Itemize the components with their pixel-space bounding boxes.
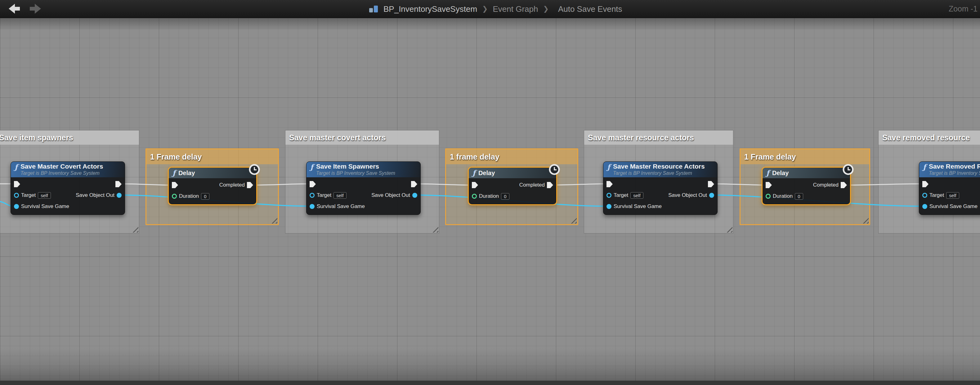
exec-in-pin[interactable]: [606, 181, 613, 187]
pin-label: Duration: [479, 193, 499, 199]
save-object-out-pin[interactable]: [117, 193, 122, 198]
clock-icon: [248, 163, 261, 176]
comment-title: 1 frame delay: [450, 152, 500, 161]
exec-out-pin[interactable]: [411, 181, 417, 187]
survival-save-game-pin[interactable]: [14, 204, 19, 209]
survival-save-game-pin[interactable]: [606, 204, 611, 209]
node-save-master-resource-actors[interactable]: ƒ Save Master Resource Actors Target is …: [603, 161, 718, 215]
survival-save-game-pin[interactable]: [922, 204, 927, 209]
duration-pin[interactable]: [172, 194, 177, 199]
comment-title: Save removed resource: [882, 133, 970, 142]
pin-label: Survival Save Game: [21, 203, 69, 209]
duration-value-box[interactable]: 0: [501, 193, 509, 200]
pin-label: Save Object Out: [371, 192, 410, 198]
pin-label: Survival Save Game: [929, 203, 977, 209]
pin-label: Target: [317, 192, 331, 198]
target-pin[interactable]: [922, 193, 927, 198]
self-value-box[interactable]: self: [334, 192, 346, 199]
function-icon: ƒ: [473, 169, 476, 177]
function-icon: ƒ: [310, 163, 313, 171]
breadcrumb-event-graph[interactable]: Event Graph: [493, 4, 538, 14]
self-value-box[interactable]: self: [630, 192, 643, 199]
exec-in-pin[interactable]: [14, 181, 20, 187]
save-object-out-pin[interactable]: [709, 193, 714, 198]
forward-arrow-icon[interactable]: [29, 3, 42, 14]
node-subtitle: Target is BP Inventory Save System: [316, 170, 395, 176]
self-value-box[interactable]: self: [38, 192, 51, 199]
bottom-vignette: [0, 348, 980, 385]
resize-grip[interactable]: [270, 216, 277, 224]
node-delay[interactable]: ƒ Delay Completed Duration 0: [762, 168, 850, 204]
toolbar: BP_InventorySaveSystem ❯ Event Graph ❯ A…: [0, 0, 980, 18]
exec-out-pin[interactable]: [708, 181, 714, 187]
comment-title: 1 Frame delay: [150, 152, 202, 161]
clock-icon: [842, 163, 854, 176]
node-subtitle: Target is BP Inventory S: [929, 170, 980, 176]
target-pin[interactable]: [14, 193, 19, 198]
exec-in-pin[interactable]: [922, 181, 929, 187]
breadcrumb-root[interactable]: BP_InventorySaveSystem: [383, 4, 477, 14]
node-title: Save Master Resource Actors: [613, 163, 705, 170]
node-save-removed-resources[interactable]: ƒ Save Removed Resour Target is BP Inven…: [919, 161, 980, 215]
comment-title: Save master resource actors: [588, 133, 694, 142]
resize-grip[interactable]: [431, 225, 438, 233]
comment-title: Save item spawners: [0, 133, 73, 142]
pin-label: Completed: [220, 182, 245, 188]
exec-in-pin[interactable]: [310, 181, 316, 187]
node-title: Delay: [772, 169, 789, 177]
graph-canvas[interactable]: Save item spawners 1 Frame delay Save ma…: [0, 18, 980, 385]
nav-history: [8, 3, 42, 14]
node-title: Delay: [178, 169, 195, 177]
node-save-item-spawners[interactable]: ƒ Save Item Spawners Target is BP Invent…: [306, 161, 421, 215]
exec-in-pin[interactable]: [172, 182, 178, 188]
pin-label: Target: [21, 192, 36, 198]
function-icon: ƒ: [607, 163, 610, 171]
zoom-readout: Zoom -1: [949, 4, 977, 13]
completed-exec-out-pin[interactable]: [547, 182, 553, 188]
node-title: Save Removed Resour: [929, 163, 980, 170]
breadcrumb-auto-save-events[interactable]: Auto Save Events: [558, 4, 622, 14]
toolbar-shadow: [0, 18, 980, 30]
chevron-right-icon: ❯: [482, 5, 488, 13]
target-pin[interactable]: [606, 193, 611, 198]
pin-label: Completed: [813, 182, 838, 188]
completed-exec-out-pin[interactable]: [247, 182, 253, 188]
node-save-master-covert-actors[interactable]: ƒ Save Master Covert Actors Target is BP…: [11, 161, 125, 215]
exec-out-pin[interactable]: [115, 181, 122, 187]
function-icon: ƒ: [172, 169, 176, 177]
pin-label: Survival Save Game: [614, 203, 662, 209]
comment-title: Save master covert actors: [289, 133, 386, 142]
chevron-right-icon: ❯: [543, 5, 549, 13]
node-delay[interactable]: ƒ Delay Completed Duration 0: [169, 168, 256, 204]
pin-label: Survival Save Game: [317, 203, 365, 209]
pin-label: Target: [929, 192, 944, 198]
target-pin[interactable]: [310, 193, 315, 198]
resize-grip[interactable]: [131, 225, 138, 233]
function-icon: ƒ: [923, 163, 926, 171]
node-title: Save Item Spawners: [316, 163, 395, 170]
save-object-out-pin[interactable]: [412, 193, 417, 198]
node-delay[interactable]: ƒ Delay Completed Duration 0: [469, 168, 556, 204]
completed-exec-out-pin[interactable]: [841, 182, 847, 188]
resize-grip[interactable]: [569, 216, 577, 224]
function-icon: ƒ: [14, 163, 18, 171]
breadcrumb: BP_InventorySaveSystem ❯ Event Graph ❯ A…: [369, 0, 622, 18]
blueprint-asset-icon: [369, 5, 379, 13]
duration-value-box[interactable]: 0: [201, 193, 209, 200]
pin-label: Duration: [773, 193, 792, 199]
back-arrow-icon[interactable]: [8, 3, 21, 14]
exec-in-pin[interactable]: [472, 182, 478, 188]
node-title: Save Master Covert Actors: [21, 163, 103, 170]
pin-label: Target: [614, 192, 628, 198]
exec-in-pin[interactable]: [766, 182, 772, 188]
survival-save-game-pin[interactable]: [310, 204, 315, 209]
bottom-edge: [0, 381, 980, 385]
node-subtitle: Target is BP Inventory Save System: [613, 170, 705, 176]
duration-value-box[interactable]: 0: [795, 193, 803, 200]
resize-grip[interactable]: [725, 225, 732, 233]
duration-pin[interactable]: [766, 194, 771, 199]
resize-grip[interactable]: [861, 216, 869, 224]
duration-pin[interactable]: [472, 194, 477, 199]
self-value-box[interactable]: self: [946, 192, 959, 199]
node-subtitle: Target is BP Inventory Save System: [21, 170, 103, 176]
